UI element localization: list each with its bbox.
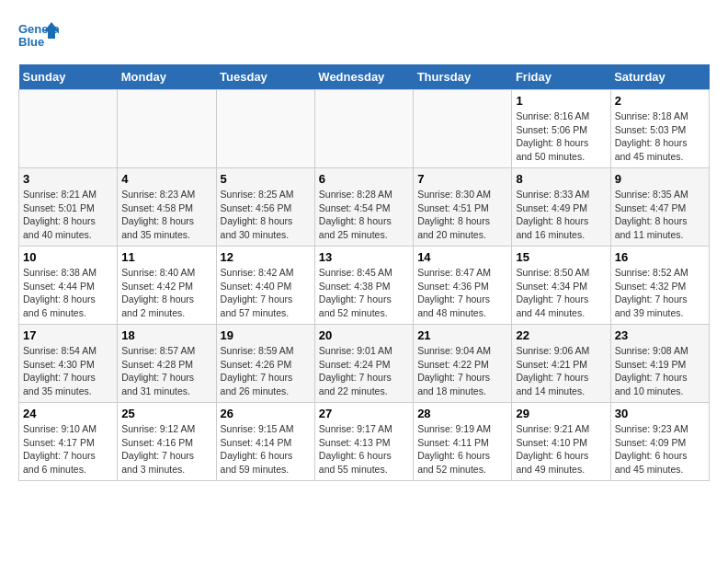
day-number: 16 [615,250,705,264]
day-info: Sunrise: 8:35 AM Sunset: 4:47 PM Dayligh… [615,188,705,242]
calendar-cell: 8Sunrise: 8:33 AM Sunset: 4:49 PM Daylig… [512,168,610,247]
calendar-cell: 28Sunrise: 9:19 AM Sunset: 4:11 PM Dayli… [414,403,512,481]
day-number: 7 [417,172,507,186]
calendar-cell: 17Sunrise: 8:54 AM Sunset: 4:30 PM Dayli… [19,325,118,403]
calendar-cell: 4Sunrise: 8:23 AM Sunset: 4:58 PM Daylig… [118,168,216,247]
day-info: Sunrise: 8:59 AM Sunset: 4:26 PM Dayligh… [221,344,311,398]
day-number: 17 [23,328,113,342]
day-number: 2 [615,94,705,108]
weekday-header-sunday: Sunday [19,64,118,90]
day-info: Sunrise: 8:42 AM Sunset: 4:40 PM Dayligh… [221,266,311,320]
day-info: Sunrise: 8:28 AM Sunset: 4:54 PM Dayligh… [319,188,409,242]
day-info: Sunrise: 8:57 AM Sunset: 4:28 PM Dayligh… [121,344,211,398]
day-number: 1 [516,94,606,108]
calendar-week-1: 1Sunrise: 8:16 AM Sunset: 5:06 PM Daylig… [19,90,710,168]
day-number: 10 [23,250,113,264]
calendar-cell: 14Sunrise: 8:47 AM Sunset: 4:36 PM Dayli… [414,247,512,325]
calendar-cell [216,90,314,168]
calendar-week-4: 17Sunrise: 8:54 AM Sunset: 4:30 PM Dayli… [19,325,710,403]
calendar-cell: 7Sunrise: 8:30 AM Sunset: 4:51 PM Daylig… [414,168,512,247]
day-info: Sunrise: 8:38 AM Sunset: 4:44 PM Dayligh… [23,266,113,320]
day-number: 28 [417,407,507,420]
weekday-header-monday: Monday [118,64,216,90]
calendar-week-2: 3Sunrise: 8:21 AM Sunset: 5:01 PM Daylig… [19,168,710,247]
calendar-week-3: 10Sunrise: 8:38 AM Sunset: 4:44 PM Dayli… [19,247,710,325]
day-info: Sunrise: 9:06 AM Sunset: 4:21 PM Dayligh… [516,344,606,398]
calendar-cell: 19Sunrise: 8:59 AM Sunset: 4:26 PM Dayli… [216,325,314,403]
day-number: 4 [121,172,211,186]
calendar-cell: 5Sunrise: 8:25 AM Sunset: 4:56 PM Daylig… [216,168,314,247]
calendar-week-5: 24Sunrise: 9:10 AM Sunset: 4:17 PM Dayli… [19,403,710,481]
day-number: 18 [121,328,211,342]
calendar-cell: 1Sunrise: 8:16 AM Sunset: 5:06 PM Daylig… [512,90,610,168]
day-info: Sunrise: 8:21 AM Sunset: 5:01 PM Dayligh… [23,188,113,242]
calendar-cell: 27Sunrise: 9:17 AM Sunset: 4:13 PM Dayli… [314,403,413,481]
logo: General Blue [18,18,59,55]
day-number: 13 [319,250,409,264]
day-info: Sunrise: 9:08 AM Sunset: 4:19 PM Dayligh… [615,344,705,398]
calendar-cell [19,90,118,168]
calendar-cell: 13Sunrise: 8:45 AM Sunset: 4:38 PM Dayli… [314,247,413,325]
day-info: Sunrise: 8:25 AM Sunset: 4:56 PM Dayligh… [221,188,311,242]
weekday-header-row: SundayMondayTuesdayWednesdayThursdayFrid… [19,64,710,90]
day-info: Sunrise: 9:12 AM Sunset: 4:16 PM Dayligh… [121,422,211,477]
day-info: Sunrise: 9:01 AM Sunset: 4:24 PM Dayligh… [319,344,409,398]
calendar-table: SundayMondayTuesdayWednesdayThursdayFrid… [18,64,710,481]
calendar-cell: 2Sunrise: 8:18 AM Sunset: 5:03 PM Daylig… [610,90,709,168]
calendar-cell: 6Sunrise: 8:28 AM Sunset: 4:54 PM Daylig… [314,168,413,247]
day-number: 25 [121,407,211,420]
day-info: Sunrise: 8:50 AM Sunset: 4:34 PM Dayligh… [516,266,606,320]
calendar-cell [118,90,216,168]
weekday-header-friday: Friday [512,64,610,90]
day-number: 29 [516,407,606,420]
calendar-cell: 10Sunrise: 8:38 AM Sunset: 4:44 PM Dayli… [19,247,118,325]
day-number: 23 [615,328,705,342]
day-number: 27 [319,407,409,420]
weekday-header-thursday: Thursday [414,64,512,90]
day-number: 30 [615,407,705,420]
weekday-header-saturday: Saturday [610,64,709,90]
day-number: 12 [221,250,311,264]
day-number: 6 [319,172,409,186]
day-number: 11 [121,250,211,264]
day-number: 22 [516,328,606,342]
day-info: Sunrise: 8:52 AM Sunset: 4:32 PM Dayligh… [615,266,705,320]
day-number: 20 [319,328,409,342]
svg-text:Blue: Blue [18,35,44,49]
calendar-cell [414,90,512,168]
day-number: 3 [23,172,113,186]
day-info: Sunrise: 9:10 AM Sunset: 4:17 PM Dayligh… [23,422,113,477]
calendar-cell: 25Sunrise: 9:12 AM Sunset: 4:16 PM Dayli… [118,403,216,481]
day-info: Sunrise: 8:54 AM Sunset: 4:30 PM Dayligh… [23,344,113,398]
calendar-cell: 9Sunrise: 8:35 AM Sunset: 4:47 PM Daylig… [610,168,709,247]
day-info: Sunrise: 8:45 AM Sunset: 4:38 PM Dayligh… [319,266,409,320]
day-info: Sunrise: 9:15 AM Sunset: 4:14 PM Dayligh… [221,422,311,477]
calendar-cell: 30Sunrise: 9:23 AM Sunset: 4:09 PM Dayli… [610,403,709,481]
day-number: 15 [516,250,606,264]
day-number: 26 [221,407,311,420]
calendar-cell: 23Sunrise: 9:08 AM Sunset: 4:19 PM Dayli… [610,325,709,403]
calendar-cell: 21Sunrise: 9:04 AM Sunset: 4:22 PM Dayli… [414,325,512,403]
day-number: 24 [23,407,113,420]
day-info: Sunrise: 9:21 AM Sunset: 4:10 PM Dayligh… [516,422,606,477]
calendar-cell: 26Sunrise: 9:15 AM Sunset: 4:14 PM Dayli… [216,403,314,481]
calendar-cell: 20Sunrise: 9:01 AM Sunset: 4:24 PM Dayli… [314,325,413,403]
calendar-cell: 12Sunrise: 8:42 AM Sunset: 4:40 PM Dayli… [216,247,314,325]
day-number: 8 [516,172,606,186]
day-number: 9 [615,172,705,186]
calendar-cell: 24Sunrise: 9:10 AM Sunset: 4:17 PM Dayli… [19,403,118,481]
day-info: Sunrise: 8:33 AM Sunset: 4:49 PM Dayligh… [516,188,606,242]
day-number: 5 [221,172,311,186]
calendar-cell [314,90,413,168]
day-info: Sunrise: 8:30 AM Sunset: 4:51 PM Dayligh… [417,188,507,242]
day-info: Sunrise: 9:17 AM Sunset: 4:13 PM Dayligh… [319,422,409,477]
calendar-cell: 22Sunrise: 9:06 AM Sunset: 4:21 PM Dayli… [512,325,610,403]
day-info: Sunrise: 8:18 AM Sunset: 5:03 PM Dayligh… [615,109,705,164]
weekday-header-wednesday: Wednesday [314,64,413,90]
day-number: 19 [221,328,311,342]
day-info: Sunrise: 9:19 AM Sunset: 4:11 PM Dayligh… [417,422,507,477]
day-info: Sunrise: 8:23 AM Sunset: 4:58 PM Dayligh… [121,188,211,242]
page-header: General Blue [18,18,710,55]
calendar-cell: 29Sunrise: 9:21 AM Sunset: 4:10 PM Dayli… [512,403,610,481]
day-info: Sunrise: 9:04 AM Sunset: 4:22 PM Dayligh… [417,344,507,398]
